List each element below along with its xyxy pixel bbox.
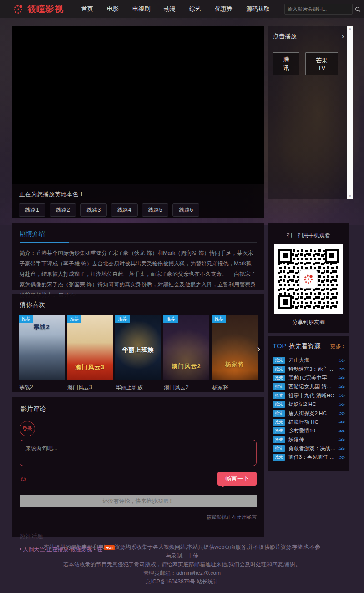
poster-item[interactable]: 推荐 华丽上班族 华丽上班族 [115,315,161,391]
early-badge: 抢先 [273,392,285,399]
nav-item-variety[interactable]: 综艺 [182,0,208,18]
nav-item-coupons[interactable]: 优惠券 [208,0,239,18]
rank-arrow-icon: ->> [338,428,344,434]
early-badge: 抢先 [273,436,285,443]
rank-item-title[interactable]: 西游记女儿国 清晰HC [288,383,336,390]
scroll-up-icon[interactable]: ∧ [349,26,352,32]
rank-item[interactable]: 抢先唐人街探案2 HC->> [273,409,344,417]
rank-top-label: TOP [273,342,287,350]
login-button[interactable]: 登录 [20,421,35,436]
poster-image[interactable]: 推荐 澳门风云3 [67,315,113,380]
submit-comment-button[interactable]: 畅言一下 [217,472,257,486]
rank-item-title[interactable]: 勇敢者游戏：决战丛林 HD... [288,445,336,452]
rank-item[interactable]: 抢先祖宗十九代 清晰HC->> [273,391,344,400]
line-4-button[interactable]: 线路4 [111,203,138,217]
rank-item-title[interactable]: 乡村爱情10 [288,427,336,434]
site-logo[interactable]: 筱瞳影视 [13,3,64,15]
rank-item-title[interactable]: 唐人街探案2 HC [288,410,336,417]
poster-row: 推荐 寒战2 寒战2 推荐 澳门风云3 澳门风云3 推荐 华丽上班族 华丽上班族 [19,315,258,391]
source-tencent-button[interactable]: 腾讯 [273,52,299,75]
guess-you-like-panel: 猜你喜欢 推荐 寒战2 寒战2 推荐 澳门风云3 澳门风云3 推荐 华丽上班族 [12,294,264,392]
emoji-icon[interactable]: ☺ [20,475,27,483]
rank-item-title[interactable]: 黑豹TC完美中字 [288,375,336,381]
carousel-next-icon[interactable]: › [257,343,260,355]
rank-title: 抢先看资源 [289,342,330,350]
early-badge: 抢先 [273,366,285,373]
play-lines: 线路1 线路2 线路3 线路4 线路5 线路6 [12,203,264,217]
line-1-button[interactable]: 线路1 [19,203,46,217]
rank-item[interactable]: 抢先前任3：再见前任 HD->> [273,453,344,461]
rank-more-link[interactable]: 更多 › [330,343,344,350]
qr-panel: 扫一扫用手机观看 [268,223,349,333]
recommend-badge: 推荐 [19,315,33,323]
logo-text: 筱瞳影视 [27,3,64,15]
rank-item-title[interactable]: 移动迷宫3：死亡解药TS中字 [288,366,336,373]
early-badge: 抢先 [273,383,285,390]
play-source-title: 点击播放 [273,32,297,41]
poster-title[interactable]: 华丽上班族 [115,384,161,391]
early-badge: 抢先 [273,419,285,426]
video-player[interactable] [12,26,264,184]
logo-dots-icon [13,4,24,15]
nav-item-movies[interactable]: 电影 [100,0,126,18]
rank-item[interactable]: 抢先捉妖记2 HC->> [273,400,344,409]
poster-image[interactable]: 推荐 杨家将 [212,315,258,380]
rank-item[interactable]: 抢先移动迷宫3：死亡解药TS中字->> [273,365,344,373]
poster-item[interactable]: 推荐 澳门风云2 澳门风云2 [163,315,209,391]
rank-item[interactable]: 抢先勇敢者游戏：决战丛林 HD...->> [273,444,344,453]
rank-item-title[interactable]: 红海行动 HC [288,419,336,426]
rank-item-title[interactable]: 前任3：再见前任 HD [288,454,336,461]
early-badge: 抢先 [273,454,285,461]
rank-arrow-icon: ->> [338,402,344,407]
poster-image[interactable]: 推荐 澳门风云2 [163,315,209,380]
rank-item[interactable]: 抢先西游记女儿国 清晰HC->> [273,382,344,391]
rank-item-title[interactable]: 刀山火海 [288,357,336,364]
line-2-button[interactable]: 线路2 [50,203,76,217]
poster-item[interactable]: 推荐 寒战2 寒战2 [19,315,65,391]
poster-image[interactable]: 推荐 寒战2 [19,315,65,380]
poster-title[interactable]: 杨家将 [212,384,258,391]
poster-art-title: 华丽上班族 [115,346,161,354]
iframe-scrollbar[interactable]: ∧ ∨ [347,26,353,199]
poster-art-title: 寒战2 [19,323,65,331]
hot-topic-link[interactable]: • 大闹天竺-正在播放-筱瞳影视 - 在HOT [20,546,257,553]
comment-input[interactable] [20,440,257,466]
nav-item-source-code[interactable]: 源码获取 [239,0,277,18]
poster-image[interactable]: 推荐 华丽上班族 [115,315,161,380]
recommend-badge: 推荐 [163,315,178,323]
rank-item[interactable]: 抢先红海行动 HC->> [273,418,344,426]
poster-title[interactable]: 寒战2 [19,384,65,391]
rank-item[interactable]: 抢先刀山火海->> [273,356,344,365]
nav-item-anime[interactable]: 动漫 [157,0,182,18]
rank-item-title[interactable]: 妖猫传 [288,436,336,443]
rank-header: TOP 抢先看资源 更多 › [273,342,344,350]
poster-title[interactable]: 澳门风云2 [163,384,209,391]
source-mangotv-button[interactable]: 芒果TV [305,52,338,75]
search-input[interactable] [285,6,355,12]
nav-item-home[interactable]: 首页 [75,0,100,18]
poster-item[interactable]: 推荐 杨家将 杨家将 [212,315,258,391]
line-3-button[interactable]: 线路3 [80,203,107,217]
rank-item-title[interactable]: 祖宗十九代 清晰HC [288,392,336,399]
poster-item[interactable]: 推荐 澳门风云3 澳门风云3 [67,315,113,391]
powered-by-text: 筱瞳影视正在使用畅言 [20,514,257,521]
hot-topic-text[interactable]: • 大闹天竺-正在播放-筱瞳影视 - 在 [20,546,102,552]
rank-item[interactable]: 抢先乡村爱情10->> [273,426,344,435]
rank-list: 抢先刀山火海->> 抢先移动迷宫3：死亡解药TS中字->> 抢先黑豹TC完美中字… [273,356,344,462]
rank-item[interactable]: 抢先妖猫传->> [273,436,344,444]
line-5-button[interactable]: 线路5 [142,203,169,217]
early-badge: 抢先 [273,427,285,434]
scroll-down-icon[interactable]: ∨ [349,193,352,199]
early-badge: 抢先 [273,375,285,381]
nav-item-tv-series[interactable]: 电视剧 [126,0,157,18]
rank-item-title[interactable]: 捉妖记2 HC [288,401,336,408]
line-6-button[interactable]: 线路6 [172,203,199,217]
rank-arrow-icon: ->> [338,393,344,398]
rank-item[interactable]: 抢先黑豹TC完美中字->> [273,374,344,382]
chevron-right-icon[interactable]: › [342,33,344,40]
poster-art-title: 澳门风云3 [67,363,113,371]
search-icon[interactable] [355,4,361,14]
early-badge: 抢先 [273,445,285,452]
poster-title[interactable]: 澳门风云3 [67,384,113,391]
qr-share-text: 分享到朋友圈 [268,319,349,326]
